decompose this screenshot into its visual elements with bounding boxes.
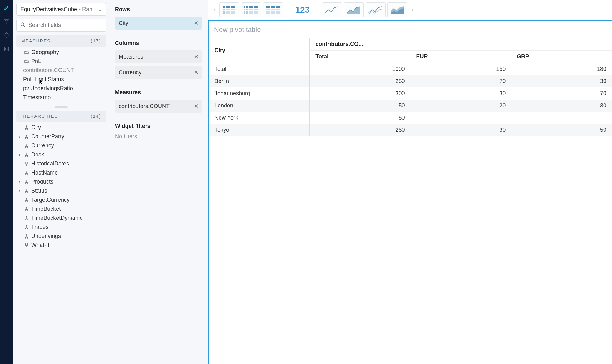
cube-selector[interactable]: EquityDerivativesCube - Ran... ⌄ bbox=[16, 3, 106, 16]
pnl-folder[interactable]: › PnL bbox=[16, 57, 106, 66]
table-row[interactable]: Berlin 250 70 30 bbox=[209, 75, 612, 87]
chip-label: contributors.COUNT bbox=[119, 103, 170, 110]
row-header[interactable]: City bbox=[209, 38, 310, 63]
svg-point-26 bbox=[26, 198, 27, 199]
hierarchy-icon bbox=[24, 207, 29, 212]
close-icon[interactable]: ✕ bbox=[194, 20, 199, 27]
filter-icon[interactable] bbox=[3, 18, 10, 25]
hierarchy-icon bbox=[24, 198, 29, 203]
trades-hierarchy[interactable]: Trades bbox=[16, 223, 106, 232]
pivot-title[interactable]: New pivot table bbox=[209, 24, 612, 38]
svg-point-12 bbox=[25, 156, 26, 157]
svg-point-16 bbox=[26, 165, 27, 165]
close-icon[interactable]: ✕ bbox=[194, 103, 199, 110]
measures-title: Measures bbox=[115, 89, 202, 96]
table-row[interactable]: Tokyo 250 30 50 bbox=[209, 124, 612, 136]
subcol-eur[interactable]: EUR bbox=[411, 51, 511, 63]
counterparty-hierarchy[interactable]: › CounterParty bbox=[16, 132, 106, 141]
city-hierarchy[interactable]: City bbox=[16, 123, 106, 132]
hierarchies-header[interactable]: HIERARCHIES (14) bbox=[16, 111, 106, 122]
col-header[interactable]: contributors.CO... bbox=[310, 38, 612, 51]
close-icon[interactable]: ✕ bbox=[194, 69, 199, 76]
columns-chip-measures[interactable]: Measures ✕ bbox=[115, 50, 202, 63]
edit-icon[interactable] bbox=[3, 4, 10, 11]
fields-panel: EquityDerivativesCube - Ran... ⌄ MEASURE… bbox=[13, 0, 109, 364]
table-row[interactable]: Johannesburg 300 30 70 bbox=[209, 87, 612, 100]
hierarchies-title: HIERARCHIES bbox=[21, 114, 58, 119]
svg-point-6 bbox=[25, 138, 26, 139]
svg-point-5 bbox=[26, 135, 27, 136]
svg-point-35 bbox=[26, 225, 27, 226]
underlyings-ratio-measure[interactable]: pv.UnderlyingsRatio bbox=[16, 84, 106, 93]
measures-title: MEASURES bbox=[21, 38, 51, 43]
divider bbox=[115, 84, 202, 84]
pnl-limit-measure[interactable]: PnL Limit Status bbox=[16, 75, 106, 84]
cell: 50 bbox=[511, 124, 612, 136]
chevron-right-icon: › bbox=[17, 135, 22, 139]
svg-point-32 bbox=[26, 216, 27, 217]
search-box[interactable] bbox=[16, 19, 106, 32]
columns-chip-currency[interactable]: Currency ✕ bbox=[115, 66, 202, 79]
search-input[interactable] bbox=[28, 22, 102, 28]
timestamp-measure[interactable]: Timestamp bbox=[16, 93, 106, 102]
hierarchy-icon bbox=[24, 125, 29, 130]
scroll-left-icon[interactable]: ‹ bbox=[211, 6, 217, 14]
subcol-total[interactable]: Total bbox=[310, 51, 411, 63]
no-filters-text: No filters bbox=[115, 133, 202, 140]
timebucket-hierarchy[interactable]: TimeBucket bbox=[16, 204, 106, 214]
geography-folder[interactable]: › Geography bbox=[16, 48, 106, 57]
hierarchy-icon bbox=[24, 189, 29, 194]
cell: 180 bbox=[511, 63, 612, 76]
toolbar-separator bbox=[288, 3, 288, 17]
hostname-hierarchy[interactable]: HostName bbox=[16, 168, 106, 177]
rows-chip-city[interactable]: City ✕ bbox=[115, 17, 202, 30]
whatif-hierarchy[interactable]: › What-If bbox=[16, 241, 106, 250]
close-icon[interactable]: ✕ bbox=[194, 53, 199, 60]
kpi-view-button[interactable]: 123 bbox=[293, 5, 312, 15]
multi-line-chart-view-button[interactable] bbox=[366, 2, 386, 17]
tree-label: CounterParty bbox=[31, 133, 64, 140]
cell: 30 bbox=[511, 75, 612, 87]
tree-label: contributors.COUNT bbox=[23, 67, 74, 74]
table-view-button[interactable] bbox=[263, 2, 283, 17]
tree-label: PnL Limit Status bbox=[23, 76, 64, 83]
row-label: Berlin bbox=[209, 75, 310, 87]
chip-label: Measures bbox=[119, 54, 143, 60]
underlyings-hierarchy[interactable]: › Underlyings bbox=[16, 232, 106, 241]
cell: 30 bbox=[511, 100, 612, 112]
status-hierarchy[interactable]: › Status bbox=[16, 186, 106, 195]
historical-hierarchy[interactable]: HistoricalDates bbox=[16, 159, 106, 168]
stacked-area-chart-view-button[interactable] bbox=[387, 2, 407, 17]
table-row[interactable]: New York 50 bbox=[209, 112, 612, 124]
area-chart-view-button[interactable] bbox=[344, 2, 364, 17]
row-label: Total bbox=[209, 63, 310, 76]
currency-hierarchy[interactable]: Currency bbox=[16, 141, 106, 150]
contributors-measure[interactable]: contributors.COUNT bbox=[16, 66, 106, 75]
desk-hierarchy[interactable]: › Desk bbox=[16, 150, 106, 159]
chevron-right-icon: › bbox=[17, 243, 22, 248]
columns-title: Columns bbox=[115, 40, 202, 47]
cell: 30 bbox=[411, 124, 511, 136]
targetcurrency-hierarchy[interactable]: TargetCurrency bbox=[16, 195, 106, 204]
products-hierarchy[interactable]: › Products bbox=[16, 177, 106, 186]
svg-point-38 bbox=[26, 234, 27, 235]
resize-handle[interactable] bbox=[55, 106, 68, 108]
chevron-right-icon: › bbox=[17, 189, 22, 193]
chevron-right-icon: › bbox=[17, 234, 22, 239]
measures-chip-contributors[interactable]: contributors.COUNT ✕ bbox=[115, 100, 202, 113]
subcol-gbp[interactable]: GBP bbox=[511, 51, 612, 63]
line-chart-view-button[interactable] bbox=[322, 2, 342, 17]
chevron-right-icon: › bbox=[17, 50, 22, 55]
measures-header[interactable]: MEASURES (17) bbox=[16, 35, 106, 47]
tree-label: Desk bbox=[31, 151, 44, 158]
svg-point-14 bbox=[25, 162, 26, 163]
svg-point-9 bbox=[25, 147, 26, 148]
scroll-right-icon[interactable]: › bbox=[409, 6, 415, 14]
terminal-icon[interactable] bbox=[3, 46, 10, 52]
table-row[interactable]: London 150 20 30 bbox=[209, 100, 612, 112]
timebucketdyn-hierarchy[interactable]: TimeBucketDynamic bbox=[16, 214, 106, 223]
tree-table-view-button[interactable] bbox=[241, 2, 261, 17]
puzzle-icon[interactable] bbox=[3, 32, 10, 39]
table-row[interactable]: Total 1000 150 180 bbox=[209, 63, 612, 76]
pivot-table-view-button[interactable] bbox=[219, 2, 239, 17]
